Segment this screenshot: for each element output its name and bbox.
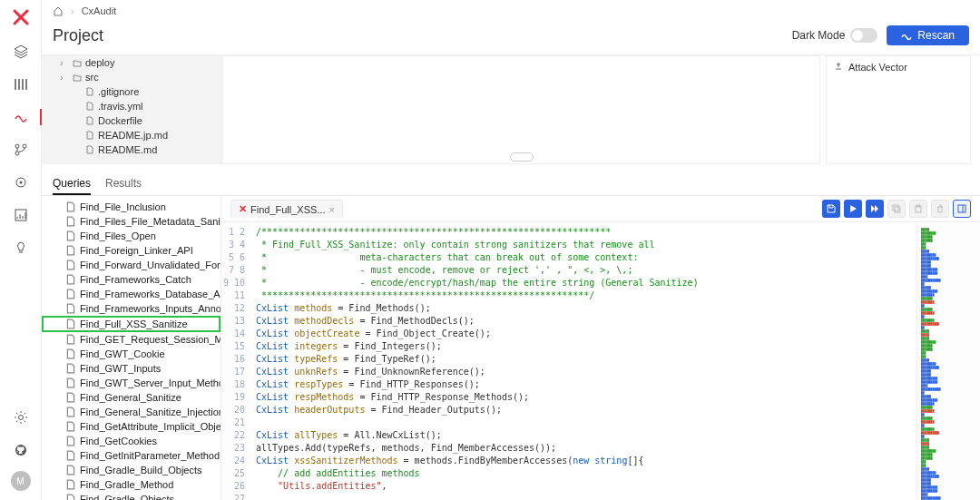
svg-rect-8 [893,205,898,211]
layout-button[interactable] [953,200,971,218]
editor-tab-label: Find_Full_XSS... [250,204,326,215]
user-avatar[interactable]: M [11,471,31,491]
rail-item-scan[interactable] [9,105,33,129]
editor-body: 1 2 3 4 5 6 7 8 9 10 11 12 13 14 15 16 1… [221,222,980,500]
file-tree-row[interactable]: README.jp.md [42,128,223,142]
rescan-button[interactable]: Rescan [887,25,969,45]
query-row[interactable]: Find_GWT_Inputs [42,361,220,376]
attack-vector-title: Attack Vector [848,62,907,73]
query-tabs: Queries Results [42,164,980,196]
upper-panels: ›deploy›src.gitignore.travis.ymlDockerfi… [42,55,980,164]
file-tree-row[interactable]: .travis.yml [42,99,223,113]
svg-point-4 [19,181,22,184]
breadcrumb-sep: › [71,5,74,16]
file-tree-row[interactable]: .gitignore [42,84,223,99]
dark-mode-label: Dark Mode [792,29,846,42]
save-button[interactable] [822,200,840,218]
file-tree-row[interactable]: ›src [42,70,223,84]
editor-header: ✕ Find_Full_XSS... × [221,196,980,222]
rail-item-library[interactable] [9,73,33,96]
lower-split: Find_File_InclusionFind_Files_File_Metad… [42,196,980,500]
attack-vector-panel: Attack Vector [826,55,971,164]
rail-item-branch[interactable] [9,138,33,162]
query-row[interactable]: Find_GetAttribute_Implicit_Objects [42,419,220,434]
github-icon[interactable] [9,438,33,462]
rail-item-target[interactable] [9,171,33,194]
settings-icon[interactable] [9,406,33,429]
query-row[interactable]: Find_Files_File_Metadata_Sanitizers [42,214,220,229]
svg-rect-12 [958,205,965,212]
tab-results[interactable]: Results [105,173,142,195]
trash-button[interactable] [931,200,949,218]
query-row[interactable]: Find_GWT_Cookie [42,347,220,361]
editor-tab[interactable]: ✕ Find_Full_XSS... × [230,200,343,218]
editor-code[interactable]: /***************************************… [250,222,916,500]
query-row[interactable]: Find_General_Sanitize [42,390,220,405]
query-row[interactable]: Find_Gradle_Objects [42,492,220,500]
app-logo[interactable] [9,5,33,29]
query-row[interactable]: Find_GWT_Server_Input_Methods [42,376,220,390]
dark-mode-toggle[interactable] [850,28,877,43]
query-row[interactable]: Find_Forward_Unvalidated_Forwards [42,258,220,272]
svg-point-6 [18,416,23,420]
query-row[interactable]: Find_General_Sanitize_Injection [42,405,220,419]
main-area: › CxAudit Project Dark Mode Rescan ›depl… [42,0,980,500]
close-icon[interactable]: × [329,204,335,215]
center-preview-panel [223,55,820,164]
query-row[interactable]: Find_Frameworks_Catch [42,272,220,287]
copy-button[interactable] [887,200,906,218]
rail-item-layers[interactable] [9,40,33,64]
file-tree-row[interactable]: Dockerfile [42,113,223,128]
left-rail: M [0,0,42,500]
run-button[interactable] [844,200,862,218]
breadcrumb: › CxAudit [42,0,980,22]
query-row[interactable]: Find_GetInitParameter_Method [42,448,220,463]
query-row[interactable]: Find_Gradle_Build_Objects [42,463,220,477]
query-row[interactable]: Find_Frameworks_Inputs_Annotations [42,301,220,316]
page-header: Project Dark Mode Rescan [42,22,980,55]
rescan-label: Rescan [917,29,955,42]
dark-mode-control: Dark Mode [792,28,878,43]
query-row[interactable]: Find_Full_XSS_Sanitize [42,316,220,332]
query-row[interactable]: Find_GET_Request_Session_Methods [42,332,220,347]
paste-button[interactable] [909,200,927,218]
file-tree-row[interactable]: README.md [42,142,223,157]
tab-logo-icon: ✕ [239,203,247,215]
rail-item-report[interactable] [9,203,33,227]
panel-resize-handle[interactable] [510,152,534,162]
queries-list[interactable]: Find_File_InclusionFind_Files_File_Metad… [42,196,221,500]
query-row[interactable]: Find_Gradle_Method [42,477,220,492]
home-icon[interactable] [53,5,64,16]
fast-forward-button[interactable] [866,200,884,218]
query-row[interactable]: Find_Files_Open [42,229,220,243]
rail-item-hint[interactable] [9,236,33,260]
page-title: Project [53,26,103,45]
editor-panel: ✕ Find_Full_XSS... × 1 2 3 4 5 6 7 8 9 1… [221,196,980,500]
tab-queries[interactable]: Queries [53,173,91,195]
editor-minimap[interactable]: ████████████████████████████████████████… [916,222,980,500]
file-tree[interactable]: ›deploy›src.gitignore.travis.ymlDockerfi… [42,55,223,164]
editor-actions [822,200,971,218]
svg-point-2 [15,152,19,155]
svg-point-1 [23,144,26,148]
query-row[interactable]: Find_Frameworks_Database_Actions [42,287,220,301]
svg-point-0 [15,144,19,148]
breadcrumb-item[interactable]: CxAudit [82,5,117,16]
query-row[interactable]: Find_GetCookies [42,434,220,448]
svg-rect-9 [895,207,900,212]
query-row[interactable]: Find_Foreign_Linker_API [42,243,220,258]
svg-rect-5 [15,210,26,221]
editor-gutter: 1 2 3 4 5 6 7 8 9 10 11 12 13 14 15 16 1… [221,222,250,500]
file-tree-row[interactable]: ›deploy [42,55,223,70]
pin-icon[interactable] [834,62,843,71]
query-row[interactable]: Find_File_Inclusion [42,200,220,214]
